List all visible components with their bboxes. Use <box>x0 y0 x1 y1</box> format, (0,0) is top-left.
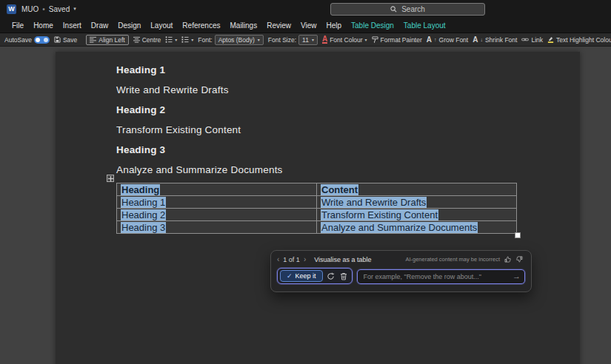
regenerate-button[interactable] <box>325 271 336 282</box>
font-size-dropdown[interactable]: 11 ▾ <box>298 35 318 45</box>
doc-paragraph-1[interactable]: Write and Rewrite Drafts <box>116 80 558 100</box>
toggle-on-icon <box>34 36 50 44</box>
prompt-field-wrapper: → <box>357 269 525 284</box>
doc-heading-1[interactable]: Heading 1 <box>116 60 558 80</box>
bullets-icon <box>165 36 173 43</box>
doc-heading-3[interactable]: Heading 3 <box>116 140 558 160</box>
autosave-label: AutoSave <box>4 36 32 44</box>
selected-text: Heading 2 <box>121 209 166 220</box>
shrink-font-button[interactable]: A ↓ Shrink Font <box>473 36 517 44</box>
save-button[interactable]: Save <box>54 36 77 44</box>
page-content: Heading 1 Write and Rewrite Drafts Headi… <box>56 52 580 234</box>
align-left-button[interactable]: Align Left <box>86 35 128 45</box>
menu-bar: File Home Insert Draw Design Layout Refe… <box>0 18 611 33</box>
table-row: Heading 3 Analyze and Summarize Document… <box>117 221 517 234</box>
menu-mailings[interactable]: Mailings <box>230 21 257 30</box>
arrow-up-icon: ↑ <box>434 37 437 42</box>
table-cell[interactable]: Heading 3 <box>117 221 317 234</box>
save-icon <box>54 36 61 43</box>
text-highlight-label: Text Highlight Colour <box>556 36 611 44</box>
bullets-button[interactable]: ▾ <box>165 36 177 43</box>
thumbs-down-button[interactable] <box>515 255 524 263</box>
format-painter-button[interactable]: Format Painter <box>372 36 422 44</box>
chevron-down-icon: ▾ <box>73 6 76 12</box>
refresh-icon <box>327 272 335 280</box>
autosave-toggle[interactable]: AutoSave <box>4 36 50 44</box>
send-icon[interactable]: → <box>512 271 521 281</box>
selected-text: Write and Rewrite Drafts <box>321 197 427 208</box>
menu-draw[interactable]: Draw <box>91 21 108 30</box>
table-move-handle[interactable] <box>107 175 114 182</box>
link-label: Link <box>531 36 543 44</box>
text-highlight-button[interactable]: Text Highlight Colour ▾ <box>547 36 611 44</box>
document-page[interactable]: Heading 1 Write and Rewrite Drafts Headi… <box>56 52 580 364</box>
table-resize-handle[interactable] <box>515 232 521 238</box>
pager-label: 1 of 1 <box>283 256 300 263</box>
copilot-prompt-input[interactable] <box>357 269 525 284</box>
document-title-group[interactable]: MUO • Saved ▾ <box>21 5 76 13</box>
chevron-down-icon: ▾ <box>191 37 193 42</box>
doc-heading-2[interactable]: Heading 2 <box>116 100 558 120</box>
menu-insert[interactable]: Insert <box>63 21 81 30</box>
shrink-font-icon: A <box>473 37 478 43</box>
selected-text: Heading <box>121 184 160 195</box>
table-cell[interactable]: Write and Rewrite Drafts <box>317 196 517 209</box>
discard-button[interactable] <box>338 271 350 282</box>
document-table-wrapper: Heading Content Heading 1 Write and Rewr… <box>116 183 517 234</box>
grow-font-label: Grow Font <box>439 36 469 44</box>
chevron-down-icon: ▾ <box>175 37 177 42</box>
check-icon: ✓ <box>287 272 293 280</box>
table-cell[interactable]: Heading 2 <box>117 209 317 221</box>
keep-it-button[interactable]: ✓ Keep it <box>280 270 323 282</box>
table-cell[interactable]: Transform Existing Content <box>317 209 517 221</box>
menu-layout[interactable]: Layout <box>150 21 173 30</box>
menu-review[interactable]: Review <box>267 21 291 30</box>
document-table[interactable]: Heading Content Heading 1 Write and Rewr… <box>116 183 517 234</box>
font-size-label: Font Size: <box>268 36 296 44</box>
align-left-icon <box>90 36 96 43</box>
numbering-button[interactable]: ▾ <box>181 36 193 43</box>
doc-paragraph-3[interactable]: Analyze and Summarize Documents <box>116 160 558 180</box>
ai-disclaimer: AI-generated content may be incorrect <box>405 256 500 263</box>
centre-button[interactable]: Centre <box>133 36 161 44</box>
menu-file[interactable]: File <box>12 21 24 30</box>
trash-icon <box>340 272 347 280</box>
save-status: Saved <box>49 5 70 13</box>
selected-text: Heading 1 <box>121 197 166 208</box>
title-bar: W MUO • Saved ▾ Search <box>0 0 611 18</box>
menu-table-layout[interactable]: Table Layout <box>404 21 446 30</box>
font-colour-icon: A <box>322 36 327 44</box>
align-left-label: Align Left <box>99 36 124 44</box>
doc-paragraph-2[interactable]: Transform Existing Content <box>116 120 558 140</box>
thumbs-up-button[interactable] <box>504 255 512 263</box>
selected-text: Analyze and Summarize Documents <box>321 222 478 233</box>
centre-label: Centre <box>142 36 161 44</box>
menu-home[interactable]: Home <box>33 21 53 30</box>
copilot-panel-actions: ✓ Keep it → <box>271 265 531 284</box>
search-input[interactable]: Search <box>330 3 485 16</box>
menu-design[interactable]: Design <box>118 21 141 30</box>
table-header-cell[interactable]: Heading <box>117 183 317 196</box>
keep-it-label: Keep it <box>296 272 316 280</box>
link-button[interactable]: Link <box>521 36 543 44</box>
menu-help[interactable]: Help <box>326 21 341 30</box>
suggestion-title: Visualise as a table <box>314 256 371 263</box>
table-cell[interactable]: Analyze and Summarize Documents <box>317 221 517 234</box>
grow-font-button[interactable]: A ↑ Grow Font <box>427 36 468 44</box>
highlight-pen-icon <box>547 36 554 43</box>
selected-text: Content <box>321 184 358 195</box>
document-canvas: Heading 1 Write and Rewrite Drafts Headi… <box>0 47 611 364</box>
selected-text: Transform Existing Content <box>321 209 438 220</box>
table-header-cell[interactable]: Content <box>317 183 517 196</box>
font-name-dropdown[interactable]: Aptos (Body) ▾ <box>215 35 264 45</box>
chevron-right-icon[interactable]: › <box>304 256 306 263</box>
table-cell[interactable]: Heading 1 <box>117 196 317 209</box>
font-group: Font: Aptos (Body) ▾ <box>198 35 264 45</box>
font-colour-button[interactable]: A Font Colour ▾ <box>322 36 367 44</box>
menu-table-design[interactable]: Table Design <box>351 21 394 30</box>
shrink-font-label: Shrink Font <box>485 36 517 44</box>
menu-view[interactable]: View <box>301 21 317 30</box>
menu-references[interactable]: References <box>182 21 220 30</box>
numbering-icon <box>181 36 189 43</box>
chevron-left-icon[interactable]: ‹ <box>277 256 279 263</box>
